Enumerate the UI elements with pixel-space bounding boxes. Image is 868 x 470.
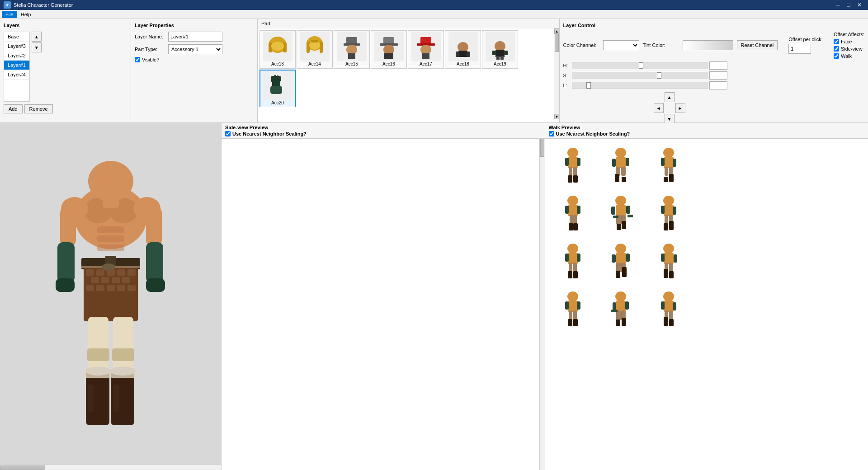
svg-rect-113	[573, 215, 577, 225]
part-grid-scrollbar[interactable]: ▲ ▼	[554, 28, 559, 119]
part-thumb-acc15	[337, 32, 367, 61]
character-large-svg	[25, 127, 197, 466]
part-item-acc16[interactable]: Acc16	[371, 30, 407, 69]
face-checkbox[interactable]	[834, 39, 839, 44]
offset-per-click-input[interactable]	[788, 44, 811, 54]
close-button[interactable]: ✕	[854, 1, 864, 9]
l-slider-row: L: 11	[563, 81, 865, 89]
part-type-select[interactable]: Accessory 1 Accessory 2 Body Head Hair E…	[168, 44, 222, 54]
walk-checkbox[interactable]	[834, 53, 839, 59]
svg-rect-17	[420, 37, 431, 44]
part-item-acc18[interactable]: Acc18	[445, 30, 481, 69]
svg-rect-144	[612, 254, 616, 263]
svg-rect-40	[97, 226, 124, 233]
maximize-button[interactable]: □	[844, 1, 854, 9]
part-item-acc15[interactable]: Acc15	[334, 30, 370, 69]
svg-point-158	[567, 291, 578, 301]
svg-rect-45	[60, 206, 76, 247]
svg-rect-176	[664, 301, 674, 312]
svg-rect-115	[573, 223, 578, 230]
scrollbar-thumb-h[interactable]	[0, 465, 45, 470]
walk-sprite-5	[600, 194, 641, 235]
tint-color-picker[interactable]	[683, 40, 733, 50]
offset-down-button[interactable]: ▼	[665, 114, 675, 124]
walk-sprite-2	[600, 146, 641, 187]
layer-down-button[interactable]: ▼	[32, 42, 42, 52]
part-item-acc19[interactable]: Acc19	[482, 30, 518, 69]
svg-rect-63	[86, 285, 94, 291]
help-menu[interactable]: Help	[17, 11, 35, 18]
color-channel-select[interactable]	[603, 40, 639, 50]
layer-item-4[interactable]: Layer#4	[4, 70, 29, 80]
remove-layer-button[interactable]: Remove	[24, 104, 53, 113]
layer-properties-panel: Layer Properties Layer Name: Part Type: …	[131, 19, 258, 122]
svg-point-21	[458, 42, 468, 52]
part-item-acc20[interactable]: Acc20	[259, 70, 296, 107]
minimize-button[interactable]: ─	[833, 1, 843, 9]
svg-rect-129	[673, 207, 676, 215]
side-view-nearest-neighbor-checkbox[interactable]	[225, 131, 231, 136]
scroll-down-button[interactable]: ▼	[554, 114, 560, 119]
app-icon: ★	[4, 1, 11, 9]
offset-left-button[interactable]: ◄	[654, 103, 664, 113]
layers-list[interactable]: Base Layer#3 Layer#2 Layer#1 Layer#4	[4, 32, 30, 102]
walk-checkbox-row: Walk	[834, 53, 864, 59]
h-value[interactable]: 184	[709, 61, 727, 70]
walk-nearest-neighbor-checkbox[interactable]	[549, 131, 554, 136]
file-menu[interactable]: File	[2, 11, 17, 18]
svg-rect-104	[665, 167, 668, 176]
svg-rect-122	[613, 216, 618, 218]
part-label-acc16: Acc16	[382, 61, 395, 66]
offset-right-button[interactable]: ►	[675, 103, 685, 113]
svg-rect-106	[664, 177, 668, 182]
l-value[interactable]: 11	[709, 81, 727, 89]
layer-item-1[interactable]: Layer#1	[4, 61, 29, 70]
side-view-scrollbar[interactable]	[539, 139, 545, 470]
add-layer-button[interactable]: Add	[4, 104, 23, 113]
main-preview-scrollbar[interactable]	[0, 465, 221, 470]
offset-arrows: ▲ ◄ ► ▼	[654, 92, 685, 124]
l-slider[interactable]	[572, 82, 708, 89]
part-item-acc17[interactable]: Acc17	[408, 30, 444, 69]
layer-up-button[interactable]: ▲	[32, 32, 42, 42]
layer-item-2[interactable]: Layer#2	[4, 51, 29, 61]
walk-sprite-svg-8	[605, 242, 637, 282]
scroll-up-button[interactable]: ▲	[554, 28, 560, 34]
visible-checkbox[interactable]	[135, 57, 140, 62]
part-item-acc14[interactable]: Acc14	[297, 30, 333, 69]
svg-rect-112	[570, 215, 573, 225]
svg-rect-148	[616, 271, 620, 278]
title-bar: ★ Stella Character Generator ─ □ ✕	[0, 0, 868, 10]
svg-rect-124	[617, 224, 621, 230]
offset-affects-label: Offset Affects:	[834, 32, 864, 37]
side-view-content	[222, 139, 545, 470]
side-view-header: Side-view Preview Use Nearest Neighbor S…	[222, 123, 545, 139]
svg-rect-72	[87, 348, 109, 361]
layer-name-input[interactable]	[168, 32, 222, 42]
part-grid: Acc13 Acc14	[258, 28, 559, 107]
svg-rect-28	[500, 56, 504, 60]
svg-rect-151	[664, 253, 674, 264]
svg-rect-123	[627, 215, 633, 217]
h-slider[interactable]	[572, 62, 708, 69]
s-value[interactable]: 65	[709, 71, 727, 80]
s-slider[interactable]	[572, 72, 708, 79]
walk-preview-content	[545, 139, 868, 470]
offset-up-button[interactable]: ▲	[665, 92, 675, 102]
svg-rect-9	[346, 37, 357, 44]
part-item-acc13[interactable]: Acc13	[259, 30, 296, 69]
part-thumb-acc19	[486, 32, 515, 61]
walk-sprite-10	[552, 290, 593, 330]
layer-item-3[interactable]: Layer#3	[4, 42, 29, 51]
acc20-sprite	[264, 72, 291, 99]
side-view-scrollbar-thumb[interactable]	[540, 139, 544, 157]
layer-item-base[interactable]: Base	[4, 32, 29, 42]
svg-point-134	[567, 244, 578, 254]
side-view-nearest-neighbor-row: Use Nearest Neighbor Scaling?	[225, 131, 541, 136]
svg-point-175	[663, 291, 674, 301]
reset-channel-button[interactable]: Reset Channel	[737, 40, 778, 50]
sideview-checkbox[interactable]	[834, 46, 839, 52]
s-label: S:	[563, 73, 570, 78]
scrollbar-thumb[interactable]	[555, 34, 559, 52]
walk-preview-panel: Walk Preview Use Nearest Neighbor Scalin…	[545, 123, 868, 470]
